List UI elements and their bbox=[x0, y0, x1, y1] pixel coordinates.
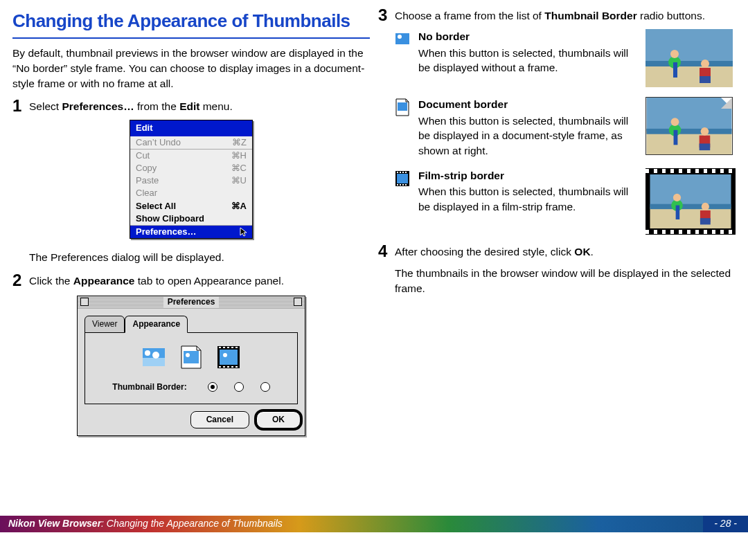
menu-item-paste: Paste ⌘U bbox=[130, 174, 252, 187]
filmstrip-sample bbox=[645, 168, 736, 235]
page-title: Changing the Appearance of Thumbnails bbox=[12, 8, 370, 39]
svg-rect-14 bbox=[219, 366, 221, 368]
svg-rect-50 bbox=[650, 174, 731, 206]
footer-bar: Nikon View Browser: Changing the Appeara… bbox=[0, 516, 748, 532]
svg-point-36 bbox=[671, 118, 679, 126]
svg-rect-54 bbox=[676, 205, 680, 219]
noborder-sample bbox=[645, 29, 736, 87]
svg-rect-35 bbox=[674, 130, 678, 145]
step-4-result: The thumbnails in the browser window wil… bbox=[395, 266, 736, 296]
document-thumb-icon bbox=[179, 345, 203, 369]
cursor-icon bbox=[240, 227, 248, 240]
svg-point-5 bbox=[186, 353, 190, 357]
svg-point-55 bbox=[673, 194, 681, 201]
step-3-body: Choose a frame from the list of Thumbnai… bbox=[395, 8, 736, 24]
svg-rect-32 bbox=[647, 132, 732, 154]
dialog-title: Preferences bbox=[163, 296, 220, 308]
step-1: 1 Select Preferences… from the Edit menu… bbox=[12, 99, 370, 114]
svg-rect-17 bbox=[231, 366, 233, 368]
footer-section: Changing the Appearance of Thumbnails bbox=[107, 518, 283, 529]
noborder-icon bbox=[395, 30, 410, 53]
thumbnail-border-label: Thumbnail Border: bbox=[112, 381, 186, 393]
svg-rect-44 bbox=[402, 172, 404, 173]
menu-item-cut: Cut ⌘H bbox=[130, 150, 252, 162]
document-desc: When this button is selected, thumbnails… bbox=[418, 114, 637, 159]
svg-rect-18 bbox=[235, 366, 238, 368]
svg-rect-33 bbox=[647, 129, 732, 134]
filmstrip-desc: When this button is selected, thumbnails… bbox=[418, 184, 637, 214]
step-3: 3 Choose a frame from the list of Thumbn… bbox=[378, 8, 736, 24]
menu-item-preferences: Preferences… bbox=[130, 226, 252, 238]
document-title: Document border bbox=[418, 97, 637, 112]
preferences-dialog: Preferences Viewer Appearance bbox=[77, 296, 305, 436]
footer-app-name: Nikon View Browser bbox=[8, 518, 101, 529]
svg-rect-52 bbox=[650, 204, 731, 208]
beach-image-icon bbox=[649, 174, 732, 228]
svg-rect-9 bbox=[219, 347, 221, 348]
step-1-body: Select Preferences… from the Edit menu. bbox=[29, 99, 370, 114]
svg-rect-46 bbox=[397, 184, 398, 186]
edit-menu: Edit Can’t Undo ⌘Z Cut ⌘H Copy ⌘C Paste … bbox=[130, 120, 253, 239]
ok-button: OK bbox=[256, 411, 301, 428]
svg-rect-41 bbox=[397, 174, 408, 183]
intro-text: By default, thumbnail previews in the br… bbox=[12, 46, 370, 91]
left-column: Changing the Appearance of Thumbnails By… bbox=[12, 8, 370, 505]
svg-rect-13 bbox=[235, 347, 238, 348]
svg-rect-7 bbox=[220, 350, 238, 365]
dialog-titlebar: Preferences bbox=[78, 296, 305, 309]
step-3-number: 3 bbox=[378, 7, 391, 24]
step-4-number: 4 bbox=[378, 243, 391, 305]
svg-rect-12 bbox=[231, 347, 233, 348]
step-1-number: 1 bbox=[12, 98, 25, 114]
option-document: Document border When this button is sele… bbox=[395, 97, 736, 159]
noborder-desc: When this button is selected, thumbnails… bbox=[418, 46, 637, 75]
svg-point-28 bbox=[701, 60, 709, 68]
svg-point-2 bbox=[145, 350, 150, 356]
svg-point-57 bbox=[702, 203, 709, 210]
step-2-body: Click the Appearance tab to open Appeara… bbox=[29, 273, 370, 289]
filmstrip-title: Film-strip border bbox=[418, 168, 637, 183]
menu-item-select-all: Select All ⌘A bbox=[130, 200, 252, 213]
tab-appearance: Appearance bbox=[125, 316, 188, 333]
step-2: 2 Click the Appearance tab to open Appea… bbox=[12, 273, 370, 289]
svg-rect-43 bbox=[400, 172, 401, 173]
svg-rect-29 bbox=[700, 76, 711, 83]
svg-rect-16 bbox=[227, 366, 229, 368]
appearance-panel: Thumbnail Border: bbox=[84, 332, 298, 405]
svg-rect-10 bbox=[223, 347, 225, 348]
svg-rect-21 bbox=[645, 29, 733, 64]
svg-rect-4 bbox=[184, 351, 199, 363]
option-noborder: No border When this button is selected, … bbox=[395, 29, 736, 87]
svg-rect-51 bbox=[650, 206, 731, 228]
tabs: Viewer Appearance bbox=[84, 316, 298, 332]
svg-rect-19 bbox=[395, 33, 409, 44]
svg-rect-42 bbox=[397, 172, 398, 173]
close-box-icon bbox=[80, 298, 89, 306]
menu-item-clear: Clear bbox=[130, 187, 252, 199]
svg-point-38 bbox=[701, 127, 709, 136]
svg-point-26 bbox=[670, 50, 679, 58]
step-4-body: After choosing the desired style, click … bbox=[395, 244, 736, 305]
noborder-thumb-icon bbox=[142, 345, 166, 369]
svg-rect-25 bbox=[673, 62, 677, 78]
svg-rect-45 bbox=[405, 172, 407, 173]
cancel-button: Cancel bbox=[190, 411, 249, 428]
noborder-title: No border bbox=[418, 29, 637, 44]
tab-viewer: Viewer bbox=[84, 316, 125, 333]
radio-noborder bbox=[208, 382, 217, 392]
right-column: 3 Choose a frame from the list of Thumbn… bbox=[378, 8, 736, 505]
step-2-number: 2 bbox=[12, 272, 25, 289]
svg-rect-22 bbox=[645, 64, 733, 87]
svg-rect-47 bbox=[400, 184, 401, 186]
document-icon bbox=[395, 98, 410, 120]
svg-rect-30 bbox=[398, 102, 407, 111]
page-number: - 28 - bbox=[703, 516, 748, 532]
filmstrip-icon bbox=[395, 170, 410, 192]
svg-rect-11 bbox=[227, 347, 229, 348]
svg-rect-39 bbox=[700, 143, 711, 150]
menu-item-cant-undo: Can’t Undo ⌘Z bbox=[130, 136, 252, 149]
svg-rect-1 bbox=[143, 358, 165, 366]
radio-filmstrip bbox=[260, 382, 270, 392]
svg-rect-49 bbox=[405, 184, 407, 186]
beach-image-icon bbox=[646, 98, 732, 154]
